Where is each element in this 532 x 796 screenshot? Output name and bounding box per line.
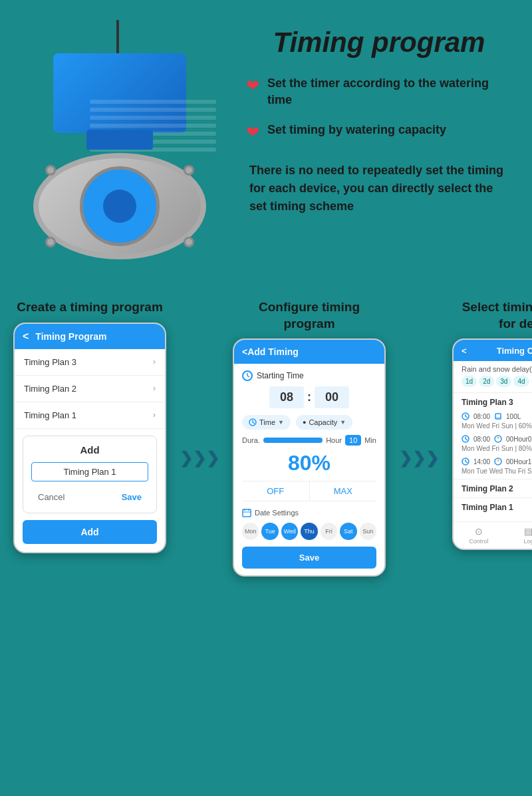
- day-tab-1d[interactable]: 1d: [462, 376, 477, 387]
- add-dialog-title: Add: [31, 444, 148, 456]
- top-section: Timing program ❤ Set the timer according…: [0, 0, 532, 286]
- valve-inner-disc: [80, 166, 160, 246]
- plan3-sub1: Mon Wed Fri Sun | 60%: [454, 422, 532, 434]
- plan3-detail3: 14:00 00Hour10Min: [454, 456, 532, 467]
- screen2-title: Add Timing: [247, 346, 299, 357]
- plan3-time2: 08:00: [473, 436, 490, 443]
- off-button[interactable]: OFF: [242, 481, 310, 501]
- back-arrow-icon[interactable]: <: [23, 331, 29, 342]
- nav-log-label: Log: [523, 538, 532, 545]
- screen1-plan-list: Timing Plan 3 › Timing Plan 2 › Timing P…: [15, 349, 165, 429]
- timer-detail-icon-3: [494, 458, 502, 465]
- arrow-1: ❯❯❯: [176, 339, 223, 577]
- dialog-save-button[interactable]: Save: [115, 489, 148, 505]
- plan3-time3: 14:00: [473, 458, 490, 465]
- bullet-text-1: Set the timer according to the watering …: [267, 75, 512, 108]
- date-settings-label: Date Settings: [242, 508, 376, 517]
- plan3-detail1: 08:00 100L: [454, 411, 532, 422]
- nav-log[interactable]: ▤ Log: [503, 526, 532, 545]
- clock-icon: [242, 370, 253, 381]
- heart-icon-2: ❤: [246, 123, 259, 142]
- screen3-title: Timing Control: [497, 346, 532, 356]
- timer-detail-icon-2: [494, 435, 502, 443]
- plan3-name: Timing Plan 3: [462, 398, 513, 407]
- time-mode-btn[interactable]: Time ▼: [242, 415, 291, 430]
- fin3: [90, 116, 216, 120]
- plan3-detail2: 08:00 00Hour05Min: [454, 434, 532, 444]
- svg-line-22: [466, 462, 467, 463]
- fin1: [90, 100, 216, 104]
- rain-delay-label: Rain and snow delay(day): [454, 361, 532, 376]
- dropdown-arrow-2: ▼: [340, 419, 346, 426]
- dura-label: Dura.: [242, 436, 260, 444]
- dropdown-arrow-1: ▼: [278, 419, 284, 426]
- phone-screen-3: < Timing Control ↻ Rain and snow delay(d…: [452, 338, 532, 550]
- bolt1: [45, 165, 56, 176]
- day-tab-2d[interactable]: 2d: [479, 376, 494, 387]
- bolt2: [184, 165, 194, 176]
- timing-plan-3-row: Timing Plan 3 ON: [454, 392, 532, 411]
- steps-row: Create a timing program < Timing Program…: [13, 299, 519, 577]
- hour-display[interactable]: 08: [269, 386, 304, 408]
- phone-screen-1: < Timing Program Timing Plan 3 › Timing …: [13, 323, 166, 553]
- motor-fins: [90, 93, 216, 160]
- add-button[interactable]: Add: [23, 520, 157, 544]
- day-mon[interactable]: Mon: [242, 523, 259, 540]
- capacity-detail-icon-1: [494, 412, 502, 420]
- nav-control[interactable]: ⊙ Control: [454, 526, 503, 545]
- plan1-name: Timing Plan 1: [462, 503, 513, 512]
- day-sat[interactable]: Sat: [340, 523, 356, 540]
- description-text: There is no need to repeatedly set the t…: [246, 162, 512, 215]
- starting-time-label: Starting Time: [242, 370, 376, 381]
- dura-min-value[interactable]: 10: [345, 435, 361, 446]
- date-settings-text: Date Settings: [255, 509, 299, 517]
- time-mode-label: Time: [259, 418, 275, 426]
- day-sun[interactable]: Sun: [360, 523, 376, 540]
- plan-name-input[interactable]: Timing Plan 1: [31, 462, 148, 481]
- log-icon: ▤: [524, 526, 532, 537]
- day-fri[interactable]: Fri: [321, 523, 337, 540]
- day-thu[interactable]: Thu: [301, 523, 317, 540]
- screen2-save-button[interactable]: Save: [242, 547, 376, 569]
- bolt4: [184, 237, 194, 247]
- valve-disc: [33, 153, 206, 259]
- chevron-icon-3: ›: [153, 357, 156, 366]
- clock-detail-icon-3: [462, 458, 469, 465]
- plan2-name: Timing Plan 2: [462, 484, 513, 493]
- connector: [86, 130, 153, 150]
- svg-rect-13: [495, 414, 501, 419]
- chevron-icon-1: ›: [153, 410, 156, 420]
- calendar-icon: [242, 508, 251, 517]
- plan-item-3[interactable]: Timing Plan 3 ›: [15, 349, 165, 376]
- minute-display[interactable]: 00: [315, 386, 349, 408]
- day-wed[interactable]: Wed: [281, 523, 298, 540]
- step-title-1: Create a timing program: [17, 299, 163, 316]
- svg-line-5: [253, 422, 255, 424]
- valve-center: [103, 190, 136, 223]
- back-arrow-2-icon[interactable]: <: [242, 346, 247, 357]
- day-tab-3d[interactable]: 3d: [496, 376, 511, 387]
- phone-screen-2: < Add Timing Starting Time: [233, 338, 386, 577]
- svg-line-17: [466, 439, 467, 440]
- timing-plan-2-row: Timing Plan 2 OFF: [454, 479, 532, 497]
- back-arrow-3-icon[interactable]: <: [462, 346, 467, 356]
- capacity-mode-btn[interactable]: ● Capacity ▼: [296, 415, 352, 430]
- dura-hour-label: Hour: [326, 436, 342, 444]
- day-tue[interactable]: Tue: [261, 523, 278, 540]
- bullet-item-1: ❤ Set the timer according to the waterin…: [246, 75, 512, 108]
- cancel-button[interactable]: Cancel: [31, 489, 71, 505]
- screen2-header: < Add Timing: [234, 340, 384, 364]
- heart-icon-1: ❤: [246, 76, 259, 95]
- bottom-nav: ⊙ Control ▤ Log ≡ Timing: [454, 521, 532, 549]
- screen2-content: Starting Time 08 : 00: [234, 364, 384, 575]
- arrow-2: ❯❯❯: [396, 339, 442, 577]
- top-section-right: Timing program ❤ Set the timer according…: [233, 20, 512, 215]
- plan-item-2[interactable]: Timing Plan 2 ›: [15, 376, 165, 402]
- bottom-section: Create a timing program < Timing Program…: [0, 286, 532, 597]
- max-button[interactable]: MAX: [310, 481, 377, 501]
- day-tab-4d[interactable]: 4d: [513, 376, 529, 387]
- timing-plan-1-row: Timing Plan 1 OFF: [454, 497, 532, 516]
- screen3-header: < Timing Control ↻: [454, 340, 532, 361]
- plan-item-1[interactable]: Timing Plan 1 ›: [15, 402, 165, 429]
- plan3-time1: 08:00: [473, 413, 490, 420]
